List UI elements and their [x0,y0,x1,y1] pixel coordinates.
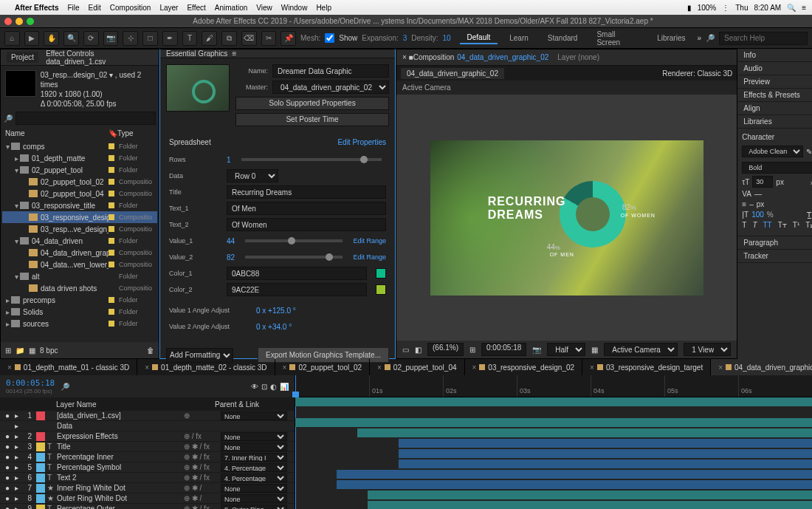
panel-menu-icon[interactable]: ≡ [232,49,236,58]
parent-select[interactable]: 4. Percentage [221,463,287,472]
close-icon[interactable]: × [377,363,382,372]
close-icon[interactable]: × [145,363,149,372]
ss-value2[interactable]: 82 [227,253,235,262]
font-style-select[interactable]: Bold [742,162,812,174]
superscript-icon[interactable]: T¹ [793,221,799,229]
font-size-input[interactable] [752,176,773,188]
anchor-tool-icon[interactable]: ⊹ [123,31,138,46]
layer-bar[interactable] [399,439,812,448]
bpc-button[interactable]: 8 bpc [40,346,58,355]
data-row-select[interactable]: Row 0 [227,169,278,182]
layer-bar[interactable] [337,470,812,479]
layer-bar[interactable] [337,480,812,489]
workspace-overflow-icon[interactable]: » [697,34,701,42]
visibility-icon[interactable]: ● [3,411,12,420]
workspace-libraries[interactable]: Libraries [650,33,692,44]
parent-select[interactable]: None [221,443,287,451]
new-comp-icon[interactable]: ▦ [29,346,35,355]
timeline-bars-area[interactable] [295,397,812,509]
mag-icon[interactable]: ▭ [402,346,409,354]
viewer-layer-tab[interactable]: Layer (none) [557,53,599,61]
timeline-tab[interactable]: ×03_responsive_design_target [582,359,711,375]
zoom-window[interactable] [27,18,34,25]
timeline-layer-row[interactable]: ●▸7★Inner Ring White Dot⊕ ✱ /None [0,483,295,493]
vscale-value[interactable]: 100 [751,211,764,219]
project-item[interactable]: 03_resp...ve_design_targetCompositio [2,223,157,235]
timeline-layer-row[interactable]: ●▸9TPercentage Outer⊕ ✱ / fx8. Outer Rin… [0,504,295,509]
hand-tool-icon[interactable]: ✋ [44,31,59,46]
edit-range-1[interactable]: Edit Range [353,237,386,245]
solo-supported-button[interactable]: Solo Supported Properties [235,97,389,110]
ss-text1-input[interactable] [227,202,386,215]
graph-editor-icon[interactable]: 📊 [280,383,289,391]
comp-breadcrumb[interactable]: 04_data_driven_graphic_02 [401,68,504,79]
current-time[interactable]: 0:00:05:18 [481,343,526,356]
project-item[interactable]: ▸SolidsFolder [2,306,157,318]
timeline-layer-row[interactable]: ●▸4TPercentage Inner⊕ ✱ / fx7. Inner Rin… [0,452,295,462]
close-icon[interactable]: × [283,363,287,372]
menu-view[interactable]: View [256,4,272,12]
menu-composition[interactable]: Composition [110,4,151,12]
menu-window[interactable]: Window [281,4,308,12]
rows-slider[interactable] [241,158,382,161]
va1-value[interactable]: 0 x +125.0 ° [256,307,296,315]
egp-master-select[interactable]: 04_data_driven_graphic_02 [272,81,389,94]
parent-select[interactable]: None [221,432,287,441]
alpha-icon[interactable]: ◧ [415,346,422,354]
effect-controls-tab[interactable]: Effect Controls data_driven_1.csv [41,48,150,67]
project-item[interactable]: ▸precompsFolder [2,294,157,306]
timeline-tabs[interactable]: ×01_depth_matte_01 - classic 3D×01_depth… [0,359,812,375]
menu-effect[interactable]: Effect [187,4,205,12]
visibility-icon[interactable]: ● [3,443,12,451]
timeline-tab[interactable]: ×02_puppet_tool_02 [275,359,370,375]
value2-slider[interactable] [245,256,343,259]
project-item[interactable]: 04_data_driven_graphic_02Compositio [2,247,157,259]
project-tree[interactable]: ▾compsFolder▸01_depth_matteFolder▾02_pup… [1,139,159,342]
value1-slider[interactable] [245,239,343,242]
parent-select[interactable]: None [221,411,287,420]
minimize-window[interactable] [16,18,23,25]
renderer-value[interactable]: Classic 3D [697,69,732,78]
color1-swatch[interactable] [376,268,386,279]
font-family-select[interactable]: Adobe Clean [742,146,803,157]
timeline-layer-row[interactable]: ●▸2Expression Effects⊕ / fxNone [0,431,295,442]
snapshot-icon[interactable]: 📷 [532,346,541,354]
col-layer-name[interactable]: Layer Name [56,400,209,409]
expansion-value[interactable]: 3 [403,34,407,42]
selection-tool-icon[interactable]: ▶ [24,31,40,46]
close-icon[interactable]: × [472,363,477,372]
parent-select[interactable]: 7. Inner Ring I [221,453,287,462]
parent-select[interactable]: None [221,484,287,493]
project-item[interactable]: ▾04_data_drivenFolder [2,235,157,247]
visibility-icon[interactable]: ● [3,505,12,509]
camera-select[interactable]: Active Camera [604,343,678,356]
ss-value1[interactable]: 44 [227,237,235,245]
timeline-layer-row[interactable]: ●▸8★Outer Ring White Dot⊕ ✱ /None [0,493,295,504]
res-icon[interactable]: ⊞ [469,346,475,354]
time-ruler[interactable]: 01s02s03s04s05s06s [295,375,812,397]
project-item[interactable]: ▾03_responsive_titleFolder [2,199,157,211]
menu-extra-icon[interactable]: ≡ [802,4,806,12]
timeline-layers[interactable]: ●▸1[data_driven_1.csv]⊕None▸Data●▸2Expre… [0,411,295,509]
timeline-layer-row[interactable]: ●▸5TPercentage Symbol⊕ ✱ / fx4. Percenta… [0,462,295,473]
panel-audio[interactable]: Audio [737,62,812,75]
col-parent[interactable]: Parent & Link [215,400,289,409]
views-select[interactable]: 1 View [684,343,731,356]
workspace-learn[interactable]: Learn [502,33,536,44]
allcaps-icon[interactable]: TT [763,221,772,229]
ss-color2-input[interactable] [227,283,367,296]
layer-bar[interactable] [368,491,812,499]
layer-bar[interactable] [368,501,812,509]
mesh-show-checkbox[interactable] [325,33,334,43]
new-folder-icon[interactable]: 📁 [16,346,24,355]
interpret-icon[interactable]: ⊞ [5,346,11,355]
close-icon[interactable]: × [718,363,723,372]
shape-tool-icon[interactable]: □ [142,31,158,46]
menu-edit[interactable]: Edit [89,4,101,12]
current-timecode[interactable]: 0:00:05:18 [6,378,55,388]
rotate-tool-icon[interactable]: ⟳ [83,31,99,46]
visibility-icon[interactable]: ● [3,494,12,502]
menu-file[interactable]: File [67,4,79,12]
visibility-icon[interactable]: ● [3,484,12,492]
layer-bar[interactable] [399,460,812,468]
